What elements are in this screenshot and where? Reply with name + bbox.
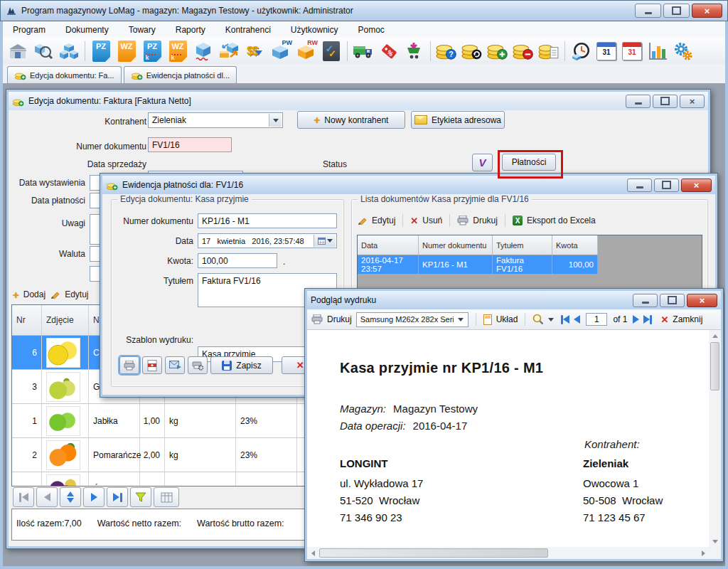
menu-towary[interactable]: Towary [119, 23, 166, 37]
scroll-right-icon[interactable] [698, 547, 709, 559]
zoom-dropdown-icon[interactable] [548, 318, 554, 324]
restore-button[interactable] [654, 179, 679, 192]
delete-payment-button[interactable]: Usuń [422, 216, 442, 225]
layout-button[interactable]: Układ [496, 314, 518, 324]
calendar-icon[interactable]: 31 [594, 40, 619, 63]
first-page-button[interactable] [561, 315, 569, 324]
new-contractor-button[interactable]: + Nowy kontrahent [297, 111, 405, 129]
wzk-document-icon[interactable]: WZk [166, 40, 190, 63]
delivery-truck-icon[interactable] [351, 40, 375, 63]
statistics-icon[interactable] [646, 40, 670, 63]
print-button[interactable] [119, 356, 139, 374]
menu-program[interactable]: Program [3, 23, 55, 37]
menu-raporty[interactable]: Raporty [166, 23, 215, 37]
grid-settings-icon[interactable] [154, 487, 179, 507]
close-button[interactable]: × [680, 95, 705, 108]
chevron-down-icon[interactable] [455, 314, 467, 326]
scroll-down-icon[interactable] [709, 536, 721, 547]
col-tytulem[interactable]: Tytułem [493, 235, 552, 255]
restore-button[interactable] [653, 95, 678, 108]
settings-gears-icon[interactable] [671, 40, 695, 63]
rw-document-icon[interactable]: RW [294, 40, 318, 63]
first-record-button[interactable] [13, 487, 34, 507]
filter-icon[interactable] [130, 487, 151, 507]
chevron-down-icon[interactable] [269, 114, 282, 127]
minimize-button[interactable] [627, 179, 652, 192]
last-page-button[interactable] [643, 315, 652, 324]
payments-button[interactable]: Płatności [502, 154, 556, 171]
close-button[interactable]: × [687, 294, 717, 307]
scroll-thumb[interactable] [319, 548, 548, 558]
scroll-thumb[interactable] [710, 342, 719, 390]
tab-edycja-dokumentu[interactable]: Edycja dokumentu: Fa... [7, 66, 122, 83]
goods-list-icon[interactable] [57, 40, 81, 63]
close-button[interactable]: × [692, 4, 722, 18]
email-button[interactable] [165, 356, 185, 374]
edit-item-button[interactable]: Edytuj [65, 289, 88, 299]
minimize-button[interactable] [626, 95, 651, 108]
kontrahent-combo[interactable]: Zieleniak [148, 112, 283, 128]
pw-document-icon[interactable]: PW [268, 40, 292, 63]
col-photo[interactable]: Zdjęcie [42, 305, 89, 335]
scroll-left-icon[interactable] [307, 547, 318, 559]
menu-uzytkownicy[interactable]: Użytkownicy [281, 23, 348, 37]
discount-tag-icon[interactable]: % [377, 40, 401, 63]
amount-field[interactable]: 100,00 [198, 253, 277, 268]
sort-button[interactable] [60, 487, 81, 507]
calendar-red-icon[interactable]: 31 [620, 40, 644, 63]
export-excel-button[interactable]: Eksport do Excela [527, 216, 596, 225]
coins-report-icon[interactable] [537, 40, 561, 63]
menu-pomoc[interactable]: Pomoc [348, 23, 395, 37]
menu-kontrahenci[interactable]: Kontrahenci [215, 23, 281, 37]
print-button[interactable]: Drukuj [327, 314, 352, 324]
document-number-field[interactable]: FV1/16 [148, 137, 232, 152]
col-nr[interactable]: Nr [12, 305, 42, 335]
vertical-scrollbar[interactable] [709, 330, 721, 547]
inventory-icon[interactable] [191, 40, 215, 63]
close-button[interactable]: × [681, 179, 712, 192]
printer-select[interactable]: Samsung M262x 282x Series [356, 312, 469, 327]
calendar-dropdown-icon[interactable] [314, 235, 336, 247]
pzk-document-icon[interactable]: PZk [140, 40, 164, 63]
transfer-icon[interactable] [217, 40, 241, 63]
payment-row[interactable]: 2016-04-17 23:57 KP1/16 - M1 Faktura FV1… [358, 255, 598, 274]
pdf-button[interactable] [142, 356, 162, 374]
close-preview-button[interactable]: Zamknij [673, 314, 702, 324]
next-page-button[interactable] [633, 315, 639, 324]
coins-remove-icon[interactable] [511, 40, 535, 63]
prev-page-button[interactable] [574, 315, 580, 324]
menu-dokumenty[interactable]: Dokumenty [55, 23, 119, 37]
documents-check-icon[interactable]: ✓✓ [319, 40, 343, 63]
edit-payment-button[interactable]: Edytuj [372, 216, 395, 225]
zoom-icon[interactable] [532, 314, 544, 325]
address-label-button[interactable]: Etykieta adresowa [411, 111, 505, 129]
scroll-up-icon[interactable] [709, 330, 721, 341]
validate-button[interactable]: V [472, 154, 493, 171]
col-kwota[interactable]: Kwota [552, 235, 598, 255]
col-numer[interactable]: Numer dokumentu [419, 235, 493, 255]
restore-button[interactable] [660, 294, 685, 307]
search-goods-icon[interactable] [31, 40, 55, 63]
warehouse-icon[interactable] [6, 40, 30, 63]
col-data[interactable]: Data [358, 235, 419, 255]
print-payment-button[interactable]: Drukuj [473, 216, 498, 225]
pz-document-icon[interactable]: PZ [89, 40, 113, 63]
history-clock-icon[interactable] [569, 40, 593, 63]
save-button[interactable]: Zapisz [210, 356, 273, 374]
minimize-button[interactable] [633, 294, 658, 307]
tab-ewidencja-platnosci[interactable]: Ewidencja płatności dl... [124, 66, 237, 83]
page-number-field[interactable]: 1 [586, 313, 607, 326]
minimize-button[interactable] [635, 4, 661, 18]
money-icon[interactable]: $$ [242, 40, 267, 63]
coins-status-icon[interactable]: ? [434, 40, 459, 63]
prev-record-button[interactable] [36, 487, 58, 507]
wz-document-icon[interactable]: WZ [114, 40, 139, 63]
purchase-cart-icon[interactable] [402, 40, 427, 63]
payment-number-field[interactable]: KP1/16 - M1 [198, 213, 337, 228]
next-record-button[interactable] [83, 487, 105, 507]
coins-add-icon[interactable] [486, 40, 510, 63]
last-record-button[interactable] [107, 487, 128, 507]
restore-button[interactable] [663, 4, 690, 18]
payment-date-picker[interactable]: 17 kwietnia 2016, 23:57:48 [198, 233, 337, 248]
print-settings-button[interactable] [188, 356, 208, 374]
